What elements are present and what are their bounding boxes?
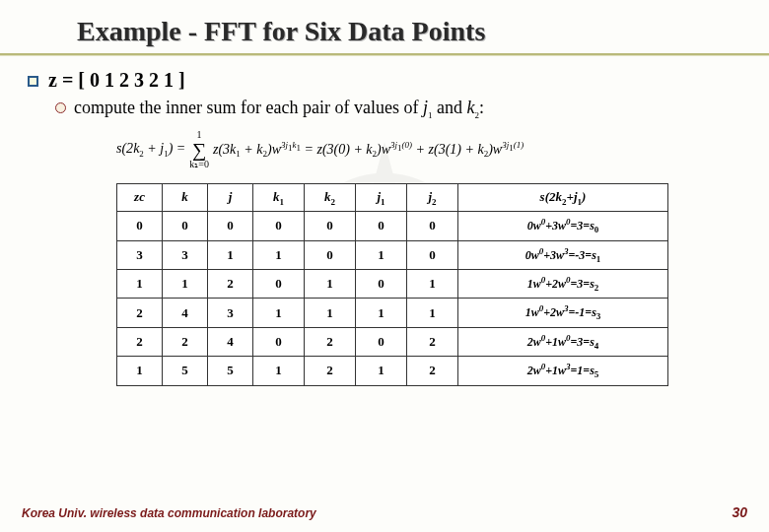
cell-j: 5 — [208, 357, 253, 385]
col-zc: zc — [117, 183, 163, 212]
col-j: j — [208, 183, 253, 212]
cell-k: 1 — [163, 269, 208, 298]
cell-k2: 0 — [305, 212, 356, 240]
cell-j2: 0 — [407, 240, 458, 269]
cell-result: 2w0+1w3=1=s5 — [458, 357, 668, 385]
cell-k2: 2 — [305, 357, 356, 385]
cell-result: 1w0+2w3=-1=s3 — [458, 299, 668, 327]
cell-j: 4 — [208, 327, 253, 356]
cell-j2: 2 — [407, 357, 458, 385]
col-k: k — [163, 183, 208, 212]
cell-zc: 2 — [117, 327, 163, 356]
cell-j1: 1 — [356, 240, 407, 269]
cell-j: 1 — [208, 240, 253, 269]
cell-j2: 1 — [407, 299, 458, 327]
footer-lab: Korea Univ. wireless data communication … — [22, 506, 316, 520]
cell-k: 5 — [163, 357, 208, 385]
col-j2: j2 — [407, 183, 458, 212]
cell-zc: 1 — [117, 269, 163, 298]
bullet-z: z = [ 0 1 2 3 2 1 ] — [28, 69, 749, 92]
col-k2: k2 — [305, 183, 356, 212]
cell-k2: 0 — [305, 240, 356, 269]
formula: s(2k2 + j1) = 1 ∑ k₁=0 z(3k1 + k2)w3j1k1… — [116, 130, 749, 169]
cell-k1: 0 — [253, 327, 305, 356]
content-area: z = [ 0 1 2 3 2 1 ] compute the inner su… — [28, 69, 749, 386]
cell-j: 2 — [208, 269, 253, 298]
cell-k2: 1 — [305, 269, 356, 298]
cell-k1: 1 — [253, 299, 305, 327]
table-row: 24311111w0+2w3=-1=s3 — [117, 299, 668, 327]
table-header-row: zc k j k1 k2 j1 j2 s(2k2+j1) — [117, 183, 668, 212]
cell-k2: 2 — [305, 327, 356, 356]
table-row: 22402022w0+1w0=3=s4 — [117, 327, 668, 356]
cell-k1: 0 — [253, 269, 305, 298]
compute-text: compute the inner sum for each pair of v… — [74, 98, 484, 120]
cell-j2: 0 — [407, 212, 458, 240]
cell-result: 0w0+3w3=-3=s1 — [458, 240, 668, 269]
cell-j1: 1 — [356, 357, 407, 385]
cell-k1: 0 — [253, 212, 305, 240]
z-vector-text: z = [ 0 1 2 3 2 1 ] — [48, 69, 185, 92]
cell-j1: 0 — [356, 212, 407, 240]
cell-zc: 2 — [117, 299, 163, 327]
table-row: 11201011w0+2w0=3=s2 — [117, 269, 668, 298]
footer-page-number: 30 — [732, 504, 747, 520]
cell-j2: 1 — [407, 269, 458, 298]
table-row: 15512122w0+1w3=1=s5 — [117, 357, 668, 385]
slide-title: Example - FFT for Six Data Points — [77, 16, 485, 47]
cell-zc: 0 — [117, 212, 163, 240]
sub-bullet-compute: compute the inner sum for each pair of v… — [55, 98, 749, 120]
col-s: s(2k2+j1) — [458, 183, 668, 212]
cell-k1: 1 — [253, 357, 305, 385]
cell-j1: 0 — [356, 269, 407, 298]
fft-table: zc k j k1 k2 j1 j2 s(2k2+j1) 00000000w0+… — [116, 183, 668, 386]
col-j1: j1 — [356, 183, 407, 212]
table-row: 33110100w0+3w3=-3=s1 — [117, 240, 668, 269]
cell-result: 2w0+1w0=3=s4 — [458, 327, 668, 356]
col-k1: k1 — [253, 183, 305, 212]
table-row: 00000000w0+3w0=3=s0 — [117, 212, 668, 240]
cell-j1: 1 — [356, 299, 407, 327]
cell-j: 3 — [208, 299, 253, 327]
cell-k: 2 — [163, 327, 208, 356]
cell-zc: 3 — [117, 240, 163, 269]
data-table-wrap: zc k j k1 k2 j1 j2 s(2k2+j1) 00000000w0+… — [116, 183, 720, 386]
table-body: 00000000w0+3w0=3=s033110100w0+3w3=-3=s11… — [117, 212, 668, 385]
cell-j2: 2 — [407, 327, 458, 356]
square-bullet-icon — [28, 76, 38, 87]
cell-k: 0 — [163, 212, 208, 240]
cell-k: 3 — [163, 240, 208, 269]
circle-bullet-icon — [55, 102, 66, 113]
cell-j1: 0 — [356, 327, 407, 356]
cell-zc: 1 — [117, 357, 163, 385]
cell-j: 0 — [208, 212, 253, 240]
title-underline — [0, 53, 769, 56]
cell-k: 4 — [163, 299, 208, 327]
cell-result: 1w0+2w0=3=s2 — [458, 269, 668, 298]
cell-k2: 1 — [305, 299, 356, 327]
cell-k1: 1 — [253, 240, 305, 269]
cell-result: 0w0+3w0=3=s0 — [458, 212, 668, 240]
